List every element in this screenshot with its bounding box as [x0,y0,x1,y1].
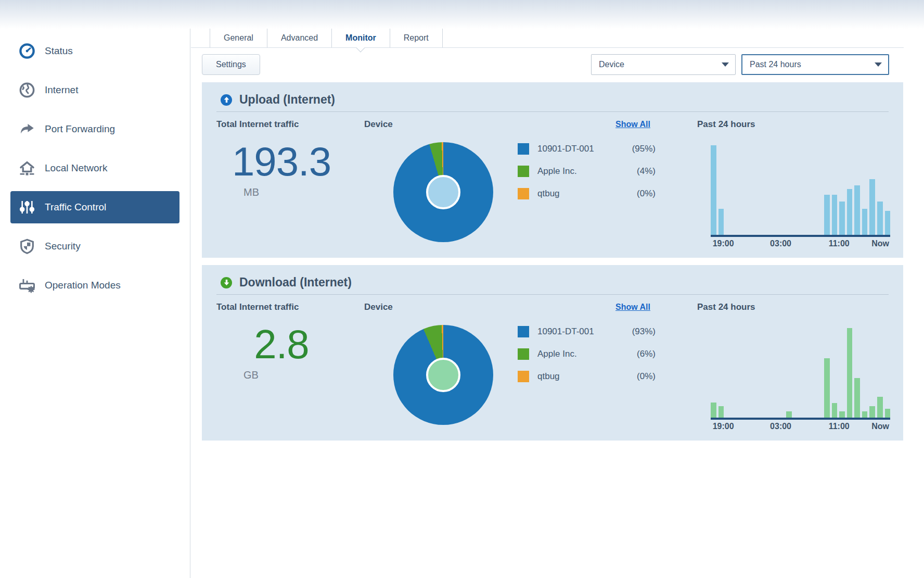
dropdown-value: Past 24 hours [750,60,801,69]
tab-advanced[interactable]: Advanced [267,29,332,47]
donut-hole [426,358,460,392]
chevron-down-icon [722,62,729,67]
total-traffic-value: 2.8 [216,321,346,368]
device-legend: 10901-DT-001(95%)Apple Inc.(4%)qtbug(0%) [518,143,656,242]
legend-percent: (6%) [637,349,656,359]
sidebar-item-security[interactable]: Security [10,230,179,262]
history-header: Past 24 hours [697,302,890,312]
x-tick-label: Now [871,239,889,248]
legend-swatch [518,371,529,382]
legend-device-name: Apple Inc. [537,166,577,177]
sidebar-item-label: Security [45,241,81,252]
legend-row: Apple Inc.(4%) [518,166,656,177]
legend-device-name: qtbug [537,371,560,382]
bar [862,209,868,235]
download-arrow-icon [221,277,232,288]
sidebar-item-label: Local Network [45,162,107,174]
history-bar-chart: 19:0003:0011:00Now [711,145,890,250]
settings-button[interactable]: Settings [202,54,260,75]
x-tick-label: 19:00 [713,239,734,248]
total-traffic-value: 193.3 [216,138,346,185]
bar [885,409,891,418]
legend-percent: (0%) [637,189,656,199]
legend-row: qtbug(0%) [518,371,656,382]
bars [711,145,890,235]
bar [832,403,838,418]
donut-hole [426,175,460,209]
legend-percent: (93%) [632,326,656,337]
tab-general[interactable]: General [210,29,267,47]
device-donut-chart [393,142,493,242]
sidebar-item-label: Operation Modes [45,280,121,291]
x-tick-label: 19:00 [713,422,734,431]
show-all-link[interactable]: Show All [615,303,650,312]
total-traffic-unit: GB [243,369,362,381]
group-by-device-dropdown[interactable]: Device [591,54,736,75]
device-header: Device [364,302,393,312]
traffic-control-icon [18,198,36,217]
divider [216,111,889,112]
history-column: Past 24 hours 19:0003:0011:00Now [669,119,890,250]
bar [854,185,860,235]
tab-label: Report [404,33,429,43]
legend-row: 10901-DT-001(93%) [518,326,656,337]
bar [885,211,891,235]
history-column: Past 24 hours 19:0003:0011:00Now [669,302,890,433]
x-axis-labels: 19:0003:0011:00Now [711,422,890,433]
total-traffic-header: Total Internet traffic [216,119,362,130]
bar [847,328,853,418]
internet-globe-icon [18,81,36,99]
x-tick-label: 11:00 [829,239,850,248]
bar [718,406,724,418]
show-all-link[interactable]: Show All [615,120,650,129]
active-tab-notch-icon [356,44,365,53]
bar [786,411,792,418]
sidebar-item-traffic-control[interactable]: Traffic Control [10,191,179,223]
time-range-dropdown[interactable]: Past 24 hours [741,54,889,75]
tab-report[interactable]: Report [390,29,443,47]
sidebar-item-label: Port Forwarding [45,123,115,135]
x-axis-line [711,235,890,237]
tab-label: Monitor [345,33,376,43]
panel-title: Upload (Internet) [239,93,335,107]
tab-monitor[interactable]: Monitor [332,29,390,47]
total-traffic-column: Total Internet traffic 193.3 MB [216,119,362,250]
security-shield-icon [18,237,36,256]
bar [711,145,716,235]
device-column: Device Show All 10901-DT-001(95%)Apple I… [362,119,669,250]
legend-swatch [518,348,529,360]
bar [869,406,875,418]
device-donut-chart [393,325,493,425]
download-panel: Download (Internet) Total Internet traff… [202,265,903,441]
bar [877,202,883,235]
panel-title: Download (Internet) [239,275,352,290]
upload-arrow-icon [221,94,232,106]
bars [711,328,890,418]
bar [869,179,875,235]
legend-percent: (4%) [637,166,656,177]
legend-device-name: 10901-DT-001 [537,326,594,337]
legend-percent: (0%) [637,371,656,382]
bar [877,397,883,418]
bar [854,378,860,418]
x-tick-label: 03:00 [770,422,791,431]
legend-row: qtbug(0%) [518,188,656,199]
bar [711,403,716,418]
sidebar-item-internet[interactable]: Internet [10,74,179,106]
sidebar-item-status[interactable]: Status [10,35,179,67]
total-traffic-unit: MB [243,186,362,198]
sidebar-item-label: Traffic Control [45,202,106,213]
sidebar-item-local-network[interactable]: Local Network [10,152,179,184]
device-column: Device Show All 10901-DT-001(93%)Apple I… [362,302,669,433]
sidebar: Status Internet Port Forwarding Local Ne… [0,29,190,578]
sidebar-item-label: Status [45,45,73,57]
sidebar-item-port-forwarding[interactable]: Port Forwarding [10,113,179,145]
divider [216,294,889,295]
sidebar-item-operation-modes[interactable]: Operation Modes [10,269,179,301]
legend-device-name: 10901-DT-001 [537,144,594,154]
bar [832,195,838,235]
legend-percent: (95%) [632,144,656,154]
legend-swatch [518,143,529,155]
port-forwarding-icon [18,120,36,139]
device-legend: 10901-DT-001(93%)Apple Inc.(6%)qtbug(0%) [518,326,656,425]
